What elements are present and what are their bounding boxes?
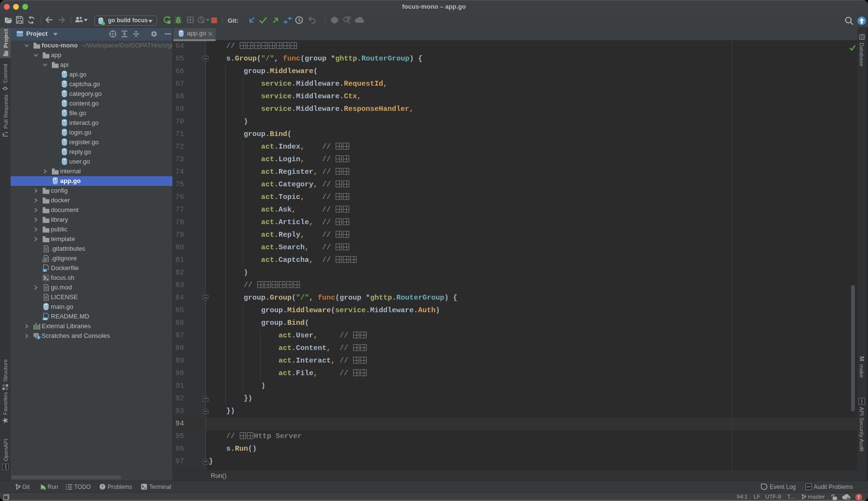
svg-text:M: M [859, 356, 865, 361]
svg-text:API: API [806, 486, 810, 488]
svg-text:API: API [4, 464, 7, 469]
svg-text:API: API [860, 399, 863, 403]
svg-text:MD: MD [43, 318, 47, 320]
svg-text:D: D [44, 269, 46, 272]
